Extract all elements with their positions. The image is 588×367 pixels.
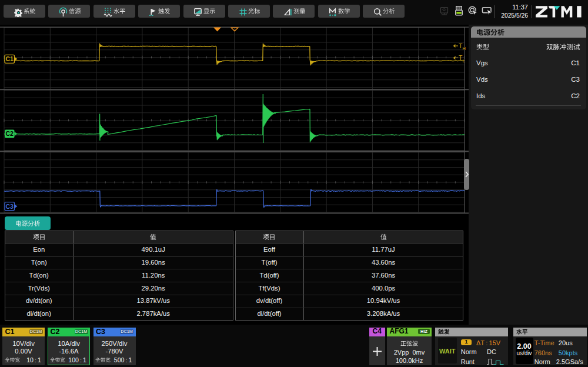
svg-text:H: H — [463, 46, 466, 51]
svg-text:C3: C3 — [5, 203, 14, 210]
svg-text:C2: C2 — [5, 130, 14, 137]
svg-text:L: L — [463, 58, 465, 64]
svg-text:C1: C1 — [5, 55, 14, 62]
